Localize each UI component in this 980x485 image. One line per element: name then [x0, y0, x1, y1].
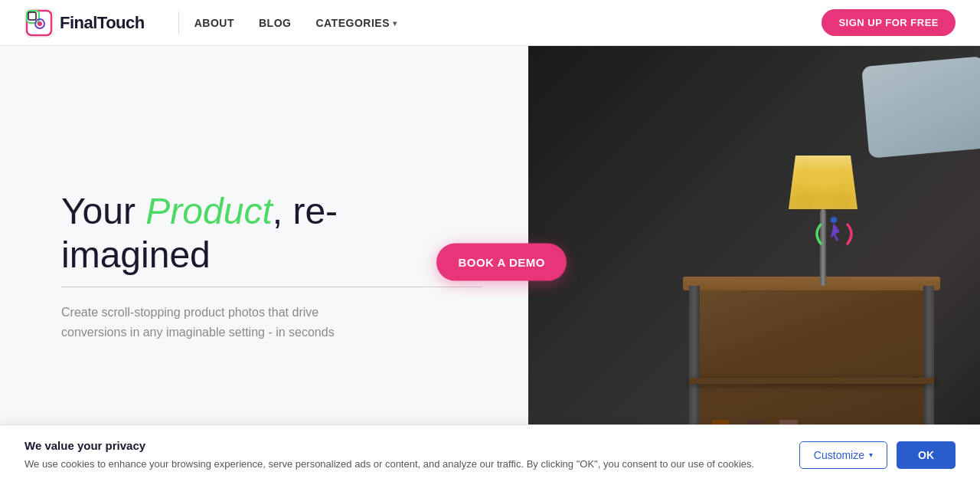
nightstand-shelf — [689, 378, 934, 384]
hero-left: Your Product, re-imagined Create scroll-… — [0, 46, 528, 485]
hero-image — [528, 46, 980, 485]
main-content: Your Product, re-imagined Create scroll-… — [0, 46, 980, 485]
cookie-banner: We value your privacy We use cookies to … — [0, 424, 980, 486]
cookie-body: We use cookies to enhance your browsing … — [24, 457, 781, 472]
nav-blog[interactable]: BLOG — [259, 17, 291, 29]
logo-link[interactable]: FinalTouch — [24, 8, 145, 38]
chevron-down-icon: ▾ — [869, 451, 873, 459]
navbar: FinalTouch ABOUT BLOG CATEGORIES ▾ SIGN … — [0, 0, 980, 46]
book-demo-button[interactable]: BOOK A DEMO — [436, 243, 567, 280]
nav-categories[interactable]: CATEGORIES ▾ — [315, 17, 397, 29]
headline-accent: Product — [145, 191, 272, 231]
svg-point-7 — [831, 217, 837, 223]
logo-icon — [24, 8, 54, 38]
nav-about[interactable]: ABOUT — [194, 17, 234, 29]
pillow-decoration — [861, 56, 980, 158]
chevron-down-icon: ▾ — [393, 19, 397, 28]
ok-button[interactable]: OK — [897, 441, 956, 469]
nav-divider — [178, 11, 179, 34]
headline-divider — [61, 287, 482, 288]
cookie-actions: Customize ▾ OK — [799, 441, 956, 469]
cookie-title: We value your privacy — [24, 439, 781, 452]
lamp-glow — [777, 152, 869, 213]
lamp-shade — [789, 156, 858, 209]
customize-label: Customize — [814, 449, 864, 461]
signup-button[interactable]: SIGN UP FOR FREE — [822, 9, 956, 36]
logo-text: FinalTouch — [60, 13, 145, 33]
customize-button[interactable]: Customize ▾ — [799, 441, 887, 469]
hero-subtext: Create scroll-stopping product photos th… — [61, 303, 383, 342]
cookie-text: We value your privacy We use cookies to … — [24, 439, 781, 472]
hero-headline: Your Product, re-imagined — [61, 189, 482, 277]
ai-cursor-icon — [809, 209, 859, 259]
hero-right — [528, 46, 980, 485]
nav-cta: SIGN UP FOR FREE — [822, 9, 956, 36]
nav-links: ABOUT BLOG CATEGORIES ▾ — [194, 17, 822, 29]
headline-prefix: Your — [61, 191, 145, 231]
nav-categories-label: CATEGORIES — [315, 17, 390, 29]
svg-point-5 — [38, 21, 42, 26]
hero-scene — [528, 46, 980, 485]
